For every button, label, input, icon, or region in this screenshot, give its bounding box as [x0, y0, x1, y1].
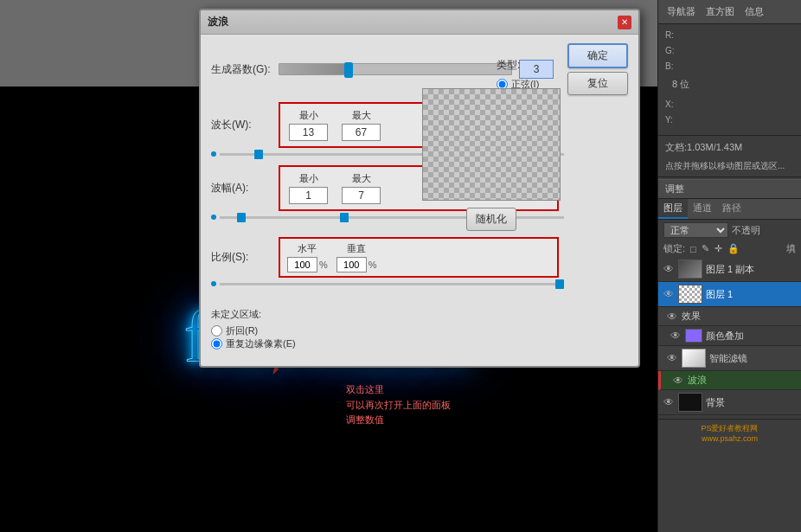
- layer-name-1: 图层 1: [706, 288, 798, 301]
- amplitude-slider-thumb-l[interactable]: [237, 213, 246, 222]
- amplitude-section: 波幅(A): 最小 最大: [211, 165, 628, 221]
- hint-text: 点按并拖移以移动图层或选区...: [658, 157, 801, 175]
- amplitude-label: 波幅(A):: [211, 181, 272, 195]
- divider-2: [658, 176, 801, 177]
- confirm-button[interactable]: 确定: [567, 43, 628, 68]
- radio-repeat-label: 重复边缘像素(E): [226, 337, 296, 350]
- scale-h-label: 水平: [298, 242, 317, 255]
- amp-max-col: 最大: [342, 172, 381, 204]
- layers-list: 👁 图层 1 副本 👁 图层 1 👁 效果 👁 颜色叠加 👁: [658, 257, 801, 446]
- lock-icon-2[interactable]: ✎: [702, 243, 709, 254]
- bit-depth: 8 位: [665, 74, 794, 95]
- layer-name-wave: 波浪: [688, 374, 798, 387]
- amplitude-max-input[interactable]: [342, 187, 381, 204]
- scale-section: 比例(S): 水平 % 垂直 %: [211, 237, 628, 288]
- layer-item-effects[interactable]: 👁 效果: [658, 307, 801, 326]
- eye-icon-bg[interactable]: 👁: [662, 396, 676, 408]
- scale-v-pct: %: [368, 260, 377, 270]
- amplitude-min-input[interactable]: [289, 187, 328, 204]
- undefined-section: 未定义区域: 折回(R) 重复边缘像素(E): [211, 308, 296, 350]
- eye-icon-wave[interactable]: 👁: [671, 375, 685, 387]
- layer-item-wave[interactable]: 👁 波浪: [658, 371, 801, 390]
- layer-name-effects: 效果: [682, 310, 798, 323]
- wl-max-label: 最大: [352, 109, 371, 122]
- lock-icon-4[interactable]: 🔒: [727, 243, 740, 254]
- wl-min-col: 最小: [289, 109, 328, 141]
- wavelength-row: 波长(W): 最小 最大 类型: 正弦(I): [211, 102, 628, 148]
- wavelength-slider-thumb-l[interactable]: [254, 150, 263, 159]
- layers-title: 调整: [658, 179, 801, 199]
- radio-fold-label: 折回(R): [226, 324, 258, 337]
- radio-repeat[interactable]: 重复边缘像素(E): [211, 337, 296, 350]
- tab-layers[interactable]: 图层: [658, 199, 688, 219]
- lock-icon-3[interactable]: ✛: [714, 243, 722, 254]
- scale-v-col: 垂直 %: [336, 242, 377, 272]
- dialog-title-bar: 波浪 ✕: [201, 10, 638, 35]
- wavelength-label: 波长(W):: [211, 118, 272, 132]
- layer-item-1[interactable]: 👁 图层 1: [658, 282, 801, 307]
- watermark-layers: PS爱好者教程网www.psahz.com: [658, 419, 801, 446]
- eye-icon-effects[interactable]: 👁: [665, 311, 679, 323]
- radio-repeat-input[interactable]: [211, 338, 222, 349]
- layer-name-copy: 图层 1 副本: [706, 263, 798, 276]
- amplitude-row: 波幅(A): 最小 最大: [211, 165, 628, 211]
- amp-min-col: 最小: [289, 172, 328, 204]
- eye-icon-smart-filter[interactable]: 👁: [665, 352, 679, 364]
- lock-icon-1[interactable]: □: [690, 244, 696, 254]
- blend-mode-select[interactable]: 正常: [663, 222, 728, 238]
- undefined-label: 未定义区域:: [211, 308, 296, 321]
- tab-histogram[interactable]: 直方图: [702, 3, 738, 20]
- scale-h-pct: %: [319, 260, 328, 270]
- scale-fields: 水平 % 垂直 %: [279, 237, 559, 278]
- wavelength-min-input[interactable]: [289, 124, 328, 141]
- eye-icon-color-overlay[interactable]: 👁: [669, 330, 682, 342]
- wavelength-max-input[interactable]: [342, 124, 381, 141]
- eye-icon-1[interactable]: 👁: [662, 288, 676, 300]
- dialog-close-button[interactable]: ✕: [618, 16, 631, 29]
- layer-item-smart-filter[interactable]: 👁 智能滤镜: [658, 346, 801, 371]
- amp-max-label: 最大: [352, 172, 371, 185]
- generator-row: 生成器数(G): 确定 复位: [211, 43, 628, 95]
- amp-min-label: 最小: [299, 172, 318, 185]
- wl-min-label: 最小: [299, 109, 318, 122]
- lock-label: 锁定:: [663, 242, 685, 255]
- scale-row: 比例(S): 水平 % 垂直 %: [211, 237, 628, 278]
- scale-v-label: 垂直: [347, 242, 366, 255]
- scale-h-input[interactable]: [287, 257, 317, 272]
- radio-fold-input[interactable]: [211, 325, 222, 337]
- tab-info[interactable]: 信息: [741, 3, 767, 20]
- scale-v-input[interactable]: [336, 257, 367, 272]
- dialog-title: 波浪: [208, 15, 228, 29]
- radio-fold[interactable]: 折回(R): [211, 324, 296, 337]
- lock-row: 锁定: □ ✎ ✛ 🔒 填: [658, 240, 801, 257]
- type-label: 类型:: [497, 58, 552, 73]
- preview-box: [422, 88, 561, 201]
- layer-item-color-overlay[interactable]: 👁 颜色叠加: [658, 326, 801, 346]
- blend-mode-row: 正常 不透明: [658, 220, 801, 240]
- randomize-button[interactable]: 随机化: [466, 208, 516, 231]
- layer-item-bg[interactable]: 👁 背景: [658, 390, 801, 415]
- layer-item-copy[interactable]: 👁 图层 1 副本: [658, 257, 801, 282]
- generator-slider-thumb[interactable]: [344, 62, 353, 78]
- scale-h-col: 水平 %: [287, 242, 328, 272]
- wave-dialog: 波浪 ✕ 生成器数(G): 确定 复位 波长(W):: [199, 9, 640, 368]
- generator-label: 生成器数(G):: [211, 62, 272, 77]
- fill-label: 填: [786, 242, 796, 255]
- thumb-1: [678, 285, 702, 304]
- thumb-bg: [678, 393, 702, 412]
- tab-paths[interactable]: 路径: [717, 199, 747, 219]
- eye-icon-copy[interactable]: 👁: [662, 263, 676, 275]
- layer-name-color-overlay: 颜色叠加: [706, 330, 798, 343]
- scale-slider-thumb[interactable]: [555, 279, 564, 289]
- amplitude-slider-thumb-r[interactable]: [340, 213, 349, 222]
- annotation-text: 双击这里 可以再次打开上面的面板 调整数值: [346, 382, 451, 428]
- layer-name-smart-filter: 智能滤镜: [709, 352, 798, 365]
- top-tabs: 导航器 直方图 信息: [658, 0, 801, 24]
- reset-button[interactable]: 复位: [567, 72, 628, 95]
- doc-size: 文档:1.03M/1.43M: [658, 138, 801, 158]
- divider-1: [658, 135, 801, 136]
- thumb-smart: [682, 349, 706, 368]
- tab-navigator[interactable]: 导航器: [663, 3, 699, 20]
- tab-channels[interactable]: 通道: [688, 199, 717, 219]
- dialog-body: 生成器数(G): 确定 复位 波长(W): 最小: [201, 35, 638, 297]
